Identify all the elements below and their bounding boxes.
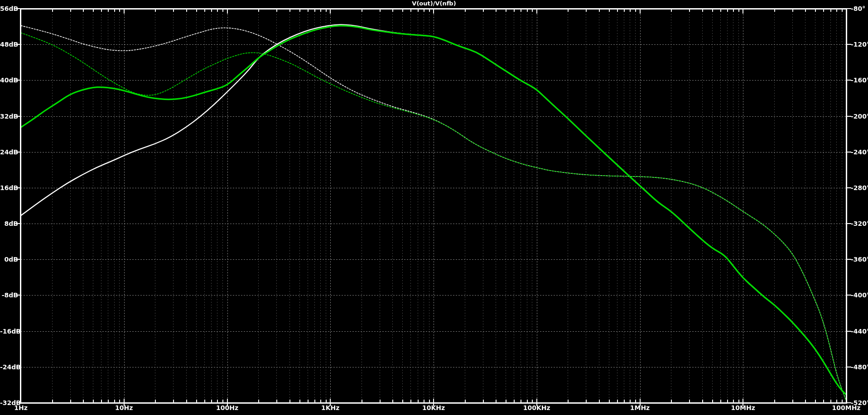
y-right-tick-label: -200° xyxy=(851,113,868,120)
y-right-tick-label: -360° xyxy=(851,256,868,263)
y-left-tick-label: 0dB xyxy=(0,256,18,263)
x-tick-label: 10KHz xyxy=(422,404,445,411)
y-right-tick-label: -440° xyxy=(851,328,868,335)
y-left-tick-label: 24dB xyxy=(0,148,18,156)
y-right-tick-label: -160° xyxy=(851,76,868,84)
y-left-tick-label: 56dB xyxy=(0,5,18,12)
y-right-tick-label: -80° xyxy=(851,5,865,12)
x-tick-label: 10MHz xyxy=(731,404,755,411)
y-right-tick-label: -320° xyxy=(851,220,868,227)
y-right-tick-label: -240° xyxy=(851,148,868,156)
ltspice-plot-pane: V(out)/V(nfb) 1Hz10Hz100Hz1KHz10KHz100KH… xyxy=(0,0,868,415)
y-left-tick-label: -24dB xyxy=(0,363,18,371)
plot-title: V(out)/V(nfb) xyxy=(0,0,868,7)
y-left-tick-label: -8dB xyxy=(0,291,18,299)
y-right-tick-label: -280° xyxy=(851,184,868,191)
y-left-tick-label: 32dB xyxy=(0,113,18,120)
y-right-tick-label: -520° xyxy=(851,399,868,406)
bode-chart-canvas[interactable] xyxy=(0,0,868,415)
y-left-tick-label: 8dB xyxy=(0,220,18,227)
x-tick-label: 10Hz xyxy=(115,404,133,411)
x-tick-label: 1KHz xyxy=(321,404,339,411)
y-left-tick-label: 16dB xyxy=(0,184,18,191)
x-tick-label: 100KHz xyxy=(523,404,550,411)
x-tick-label: 100Hz xyxy=(216,404,238,411)
x-tick-label: 1MHz xyxy=(630,404,650,411)
y-left-tick-label: 48dB xyxy=(0,41,18,48)
y-left-tick-label: 40dB xyxy=(0,76,18,84)
y-right-tick-label: -400° xyxy=(851,291,868,299)
y-left-tick-label: -16dB xyxy=(0,328,18,335)
y-right-tick-label: -480° xyxy=(851,363,868,371)
y-left-tick-label: -32dB xyxy=(0,399,18,406)
y-right-tick-label: -120° xyxy=(851,41,868,48)
